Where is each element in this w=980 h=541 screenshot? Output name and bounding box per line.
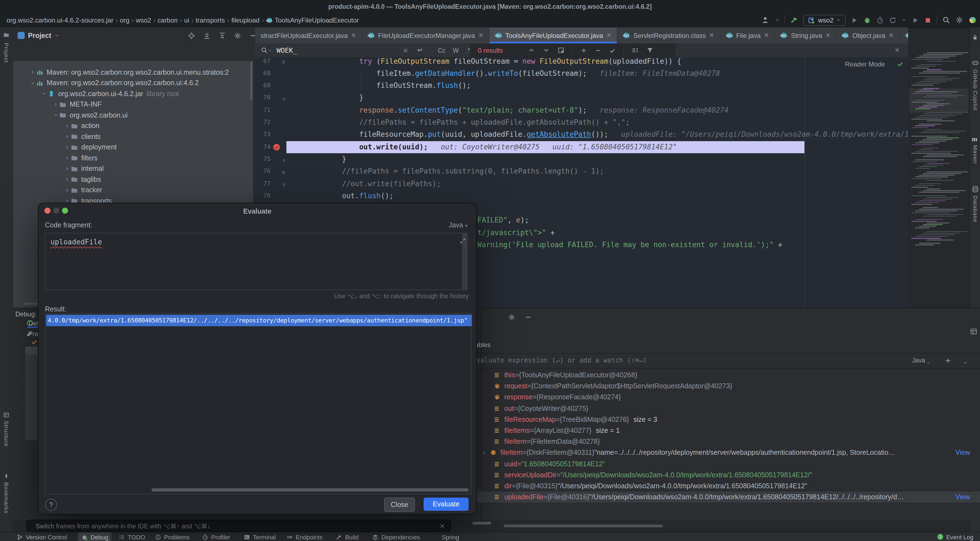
fragment-language-select[interactable]: Java ▾ bbox=[449, 221, 468, 229]
run-with-coverage-icon[interactable] bbox=[889, 16, 897, 24]
tree-item-taglibs[interactable]: taglibs bbox=[63, 174, 101, 185]
inspection-ok-icon[interactable] bbox=[897, 60, 904, 68]
variable-row-fileitems-5[interactable]: fileItems = {ArrayList@40277}size = 1 bbox=[461, 425, 980, 436]
tree-chevron[interactable] bbox=[29, 70, 36, 75]
newline-icon[interactable] bbox=[416, 47, 423, 54]
breadcrumb-item-carbon[interactable]: carbon bbox=[158, 16, 178, 24]
code-fragment-input[interactable]: uploadedFile bbox=[45, 233, 468, 290]
variable-row-fileitem-6[interactable]: fileItem = {FileItemData@40278} bbox=[461, 436, 980, 447]
locate-icon[interactable] bbox=[188, 32, 195, 40]
copilot-icon[interactable] bbox=[972, 59, 979, 67]
variable-row-this-0[interactable]: this = {ToolsAnyFileUploadExecutor@40268… bbox=[461, 370, 980, 381]
fold-marker-icon[interactable] bbox=[282, 95, 287, 103]
watch-language[interactable]: Java bbox=[912, 357, 925, 364]
search-icon[interactable] bbox=[261, 47, 268, 54]
search-filter-icon[interactable] bbox=[647, 47, 654, 54]
stripe-label-maven[interactable]: Maven bbox=[972, 145, 979, 164]
variable-row-uploadedfile-11[interactable]: uploadedFile = {File@40316} "/Users/peiq… bbox=[461, 492, 980, 503]
watch-input-row[interactable]: Evaluate expression (↵) or add a watch (… bbox=[461, 353, 980, 369]
variable-row-request-1[interactable]: prequest = {ContextPathServletAdaptor$Ht… bbox=[461, 381, 980, 392]
code-line-70[interactable]: } bbox=[299, 94, 364, 102]
tree-chevron[interactable] bbox=[63, 156, 71, 161]
debug-button[interactable] bbox=[863, 16, 871, 24]
close-icon[interactable]: ✕ bbox=[764, 32, 769, 39]
tab-servletregistration-class[interactable]: #9da1a9ServletRegistration.class✕ bbox=[617, 27, 721, 43]
tree-item-tracker[interactable]: tracker bbox=[63, 185, 102, 196]
statusbar-item-dependencies[interactable]: Dependencies bbox=[372, 532, 420, 541]
prev-occurrence-icon[interactable] bbox=[528, 47, 535, 54]
statusbar-item-version-control[interactable]: Version Control bbox=[16, 532, 67, 541]
fold-marker-icon[interactable] bbox=[282, 181, 287, 189]
code-line-77[interactable]: //out.write(filePaths); bbox=[299, 179, 441, 188]
tree-chevron[interactable] bbox=[63, 145, 71, 150]
search-field-options-icon[interactable] bbox=[632, 47, 639, 54]
stop-button[interactable] bbox=[924, 16, 932, 24]
reader-mode-chip[interactable]: Reader Mode bbox=[845, 61, 885, 68]
code-line-75[interactable]: } bbox=[299, 155, 346, 163]
variable-row-fileitem-7[interactable]: ffileItem = {DiskFileItem@40311} "name=.… bbox=[461, 447, 980, 458]
tree-chevron[interactable] bbox=[52, 102, 59, 107]
fold-marker-icon[interactable] bbox=[282, 156, 287, 164]
chevron-down-icon[interactable] bbox=[963, 359, 968, 366]
collapseall-icon[interactable] bbox=[218, 32, 226, 40]
run-button[interactable] bbox=[851, 16, 858, 24]
variables-hscrollbar[interactable] bbox=[504, 525, 663, 527]
tab-file-java[interactable]: #9da1a9File.java✕ bbox=[720, 27, 775, 43]
bookmarks-stripe-icon[interactable] bbox=[3, 474, 10, 479]
tab-abstractcontext-java[interactable]: #9da1a9AbstractContext.java✕ bbox=[900, 27, 908, 43]
breadcrumb-item-wso2[interactable]: wso2 bbox=[136, 16, 151, 24]
variable-row-out-3[interactable]: out = {CoyoteWriter@40275} bbox=[461, 403, 980, 414]
database-icon[interactable] bbox=[972, 186, 979, 193]
tree-item-maven-org-wso2-carbon-org-wso2-carbon-ui[interactable]: Maven: org.wso2.carbon:org.wso2.carbon.u… bbox=[29, 78, 199, 88]
select-all-occurrences-icon[interactable] bbox=[558, 47, 565, 54]
chevron-down-icon[interactable] bbox=[902, 18, 907, 22]
words-toggle[interactable]: W bbox=[453, 47, 459, 54]
tree-chevron[interactable] bbox=[63, 166, 71, 171]
build-hammer-icon[interactable] bbox=[790, 16, 799, 24]
chevron-down-icon[interactable] bbox=[55, 33, 59, 38]
statusbar-item-endpoints[interactable]: Endpoints bbox=[286, 532, 323, 541]
clear-search-icon[interactable] bbox=[402, 47, 409, 54]
chevron-down-icon[interactable] bbox=[775, 18, 780, 22]
ide-sphere-icon[interactable] bbox=[969, 16, 977, 24]
chevron-down-icon[interactable] bbox=[926, 359, 931, 366]
tree-chevron[interactable] bbox=[29, 81, 36, 86]
next-occurrence-icon[interactable] bbox=[543, 47, 550, 54]
close-icon[interactable]: ✕ bbox=[439, 522, 445, 530]
tree-chevron[interactable] bbox=[63, 134, 71, 139]
tab-stractfileuploadexecutor-java[interactable]: stractFileUploadExecutor.java✕ bbox=[255, 27, 362, 43]
tree-item-action[interactable]: action bbox=[63, 121, 100, 131]
result-hscrollbar[interactable] bbox=[151, 488, 469, 492]
result-row-selected[interactable]: 4.0.0/tmp/work/extra/1.6508040505179814E… bbox=[46, 315, 472, 326]
sidebar-stripe-bookmarks[interactable]: Bookmarks bbox=[3, 482, 10, 515]
tree-item-filters[interactable]: filters bbox=[63, 153, 98, 163]
code-line-73[interactable]: fileResourceMap.put(uuid, uploadedFile.g… bbox=[299, 131, 908, 139]
gear-icon[interactable] bbox=[234, 32, 242, 40]
code-line-78[interactable]: out.flush(); bbox=[299, 192, 393, 200]
debug-hscrollbar[interactable] bbox=[473, 522, 491, 525]
code-line-72[interactable]: //filePaths = filePaths + uploadedFile.g… bbox=[299, 118, 630, 126]
tree-chevron[interactable] bbox=[63, 188, 71, 193]
statusbar-item-terminal[interactable]: Terminal bbox=[243, 532, 276, 541]
tree-item-meta-inf[interactable]: META-INF bbox=[52, 99, 102, 110]
minus-icon[interactable] bbox=[525, 314, 532, 321]
search-input[interactable]: WOEK_ bbox=[277, 46, 297, 54]
code-line-74[interactable]: out.write(uuid); out: CoyoteWriter@40275… bbox=[299, 142, 677, 151]
variable-row-uuid-8[interactable]: uuid = "1.6508040505179814E12" bbox=[461, 458, 980, 469]
tab-fileuploadexecutormanager-java[interactable]: #9da1a9FileUploadExecutorManager.java✕ bbox=[362, 27, 490, 43]
remove-selection-icon[interactable] bbox=[595, 47, 602, 54]
minimap[interactable] bbox=[909, 48, 969, 306]
stripe-label-github-copilot[interactable]: GitHub Copilot bbox=[972, 69, 979, 111]
statusbar-item-profiler[interactable]: Profiler bbox=[202, 532, 231, 541]
code-line-76[interactable]: //filePaths = filePaths.substring(0, fil… bbox=[299, 167, 604, 175]
inspection-ok-icon[interactable] bbox=[897, 61, 904, 68]
gear-icon[interactable] bbox=[508, 314, 515, 321]
tree-chevron[interactable] bbox=[63, 177, 71, 182]
variable-row-response-2[interactable]: presponse = {ResponseFacade@40274} bbox=[461, 392, 980, 403]
breadcrumb-item-toolsanyfileuploadexecutor[interactable]: ToolsAnyFileUploadExecutor bbox=[275, 16, 359, 24]
tab-toolsanyfileuploadexecutor-java[interactable]: #9da1a9ToolsAnyFileUploadExecutor.java✕ bbox=[490, 27, 617, 43]
profiler-button[interactable] bbox=[876, 16, 884, 24]
variable-row-serviceuploaddir-9[interactable]: serviceUploadDir = "/Users/peiqi/Downloa… bbox=[461, 469, 980, 480]
settings-gear-icon[interactable] bbox=[955, 16, 964, 24]
run-configuration-select[interactable]: wso2 bbox=[803, 14, 846, 26]
